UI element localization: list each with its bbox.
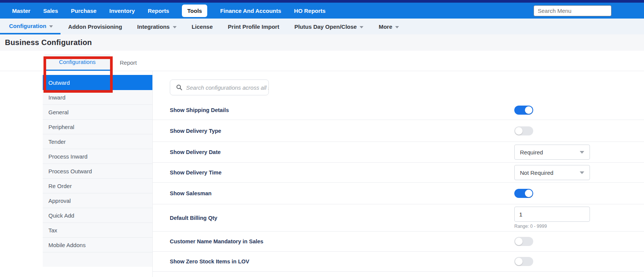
sidebar-item-re-order[interactable]: Re Order (43, 179, 152, 193)
nav-item-reports[interactable]: Reports (148, 8, 169, 14)
sidebar-item-tender[interactable]: Tender (43, 134, 152, 149)
toggle-show-shipping-details[interactable] (514, 106, 533, 115)
chevron-down-icon (360, 26, 363, 28)
toggle-knob (525, 190, 532, 197)
toggle-show-salesman[interactable] (514, 189, 533, 198)
subnav-item-configuration[interactable]: Configuration (0, 19, 61, 34)
top-navbar: MasterSalesPurchaseInventoryReportsTools… (0, 3, 644, 19)
toggle-show-zero-stock-items-in-lov[interactable] (514, 257, 533, 266)
sidebar-item-quick-add[interactable]: Quick Add (43, 208, 152, 223)
sidebar-item-inward[interactable]: Inward (43, 90, 152, 105)
config-search-input[interactable] (186, 80, 268, 95)
toggle-show-delivery-type[interactable] (514, 126, 533, 135)
subnav-item-print-profile-import[interactable]: Print Profile Import (220, 19, 287, 34)
setting-control (514, 126, 644, 135)
setting-control: Required (514, 145, 644, 160)
sidebar-item-tax[interactable]: Tax (43, 223, 152, 238)
setting-row-show-salesman: Show Salesman (153, 183, 644, 204)
setting-row-default-billing-qty: Default Billing QtyRange: 0 - 9999 (153, 204, 644, 232)
setting-control (514, 237, 644, 246)
toggle-knob (515, 238, 523, 245)
setting-control: Not Required (514, 165, 644, 180)
settings-panel: Show Shipping DetailsShow Delivery TypeS… (152, 71, 644, 277)
config-search-box[interactable] (170, 79, 269, 95)
select-value: Required (520, 149, 580, 156)
secondary-navbar: ConfigurationAddon ProvisioningIntegrati… (0, 19, 644, 34)
setting-row-show-zero-stock-items-in-lov: Show Zero Stock Items in LOV (153, 252, 644, 272)
setting-label: Show Shipping Details (170, 107, 229, 113)
sidebar-item-peripheral[interactable]: Peripheral (43, 120, 152, 134)
setting-row-show-delivery-type: Show Delivery Type (153, 120, 644, 142)
config-search-wrap (153, 71, 644, 100)
subnav-item-label: More (379, 23, 392, 30)
config-section-sidebar: OutwardInwardGeneralPeripheralTenderProc… (43, 75, 152, 277)
nav-item-inventory[interactable]: Inventory (109, 8, 135, 14)
setting-row-show-delivery-date: Show Delivery DateRequired (153, 142, 644, 163)
setting-label: Default Billing Qty (170, 215, 217, 221)
subnav-item-label: Print Profile Import (228, 23, 279, 30)
setting-row-show-delivery-time: Show Delivery TimeNot Required (153, 163, 644, 183)
select-show-delivery-date[interactable]: Required (514, 145, 590, 160)
sidebar-item-general[interactable]: General (43, 105, 152, 120)
nav-item-purchase[interactable]: Purchase (71, 8, 97, 14)
toggle-knob (515, 258, 523, 265)
setting-control (514, 106, 644, 115)
sidebar-item-mobile-addons[interactable]: Mobile Addons (43, 238, 152, 252)
setting-row-show-shipping-details: Show Shipping Details (153, 100, 644, 120)
chevron-down-icon (173, 26, 177, 28)
tab-strip: ConfigurationsReport (0, 51, 644, 71)
setting-label: Show Delivery Time (170, 170, 222, 176)
sidebar-item-approval[interactable]: Approval (43, 193, 152, 208)
subnav-item-license[interactable]: License (184, 19, 220, 34)
input-default-billing-qty[interactable] (514, 207, 590, 222)
nav-item-tools[interactable]: Tools (182, 5, 207, 17)
nav-item-sales[interactable]: Sales (43, 8, 58, 14)
nav-item-finance-and-accounts[interactable]: Finance And Accounts (220, 8, 281, 14)
subnav-item-label: License (192, 23, 213, 30)
subnav-item-label: Addon Provisioning (68, 23, 122, 30)
sidebar-filler (43, 252, 152, 267)
page-title: Business Configuration (5, 38, 92, 47)
sidebar-item-process-outward[interactable]: Process Outward (43, 164, 152, 179)
subnav-item-addon-provisioning[interactable]: Addon Provisioning (61, 19, 130, 34)
content-area: OutwardInwardGeneralPeripheralTenderProc… (0, 71, 644, 277)
setting-row-customer-name-mandatory-in-sales: Customer Name Mandatory in Sales (153, 232, 644, 252)
range-hint: Range: 0 - 9999 (514, 224, 547, 229)
select-show-delivery-time[interactable]: Not Required (514, 165, 590, 180)
subnav-item-integrations[interactable]: Integrations (130, 19, 184, 34)
sidebar-item-process-inward[interactable]: Process Inward (43, 149, 152, 164)
subnav-item-more[interactable]: More (371, 19, 407, 34)
setting-control: Range: 0 - 9999 (514, 207, 644, 229)
tab-report[interactable]: Report (110, 54, 147, 71)
setting-control (514, 189, 644, 198)
settings-rows: Show Shipping DetailsShow Delivery TypeS… (153, 100, 644, 272)
setting-label: Customer Name Mandatory in Sales (170, 238, 263, 244)
setting-label: Show Delivery Type (170, 128, 221, 134)
subnav-item-plutus-day-open-close[interactable]: Plutus Day Open/Close (287, 19, 371, 34)
subnav-item-label: Plutus Day Open/Close (294, 23, 357, 30)
chevron-down-icon (49, 25, 53, 28)
chevron-down-icon (580, 171, 584, 174)
chevron-down-icon (580, 151, 584, 154)
setting-label: Show Salesman (170, 190, 211, 196)
subnav-item-label: Integrations (137, 23, 170, 30)
window-top-strip (0, 0, 644, 3)
toggle-knob (525, 106, 532, 114)
setting-label: Show Zero Stock Items in LOV (170, 258, 249, 265)
toggle-knob (515, 127, 523, 135)
nav-item-ho-reports[interactable]: HO Reports (294, 8, 326, 14)
setting-label: Show Delivery Date (170, 149, 221, 155)
chevron-down-icon (395, 26, 399, 28)
sidebar-item-outward[interactable]: Outward (43, 75, 152, 90)
page-heading-bar: Business Configuration (0, 34, 644, 51)
subnav-item-label: Configuration (9, 23, 46, 29)
select-value: Not Required (520, 170, 580, 176)
setting-control (514, 257, 644, 266)
menu-search-input[interactable] (534, 5, 611, 16)
toggle-customer-name-mandatory-in-sales[interactable] (514, 237, 533, 246)
search-icon (176, 84, 182, 90)
tab-configurations[interactable]: Configurations (45, 54, 110, 71)
nav-item-master[interactable]: Master (12, 8, 30, 14)
